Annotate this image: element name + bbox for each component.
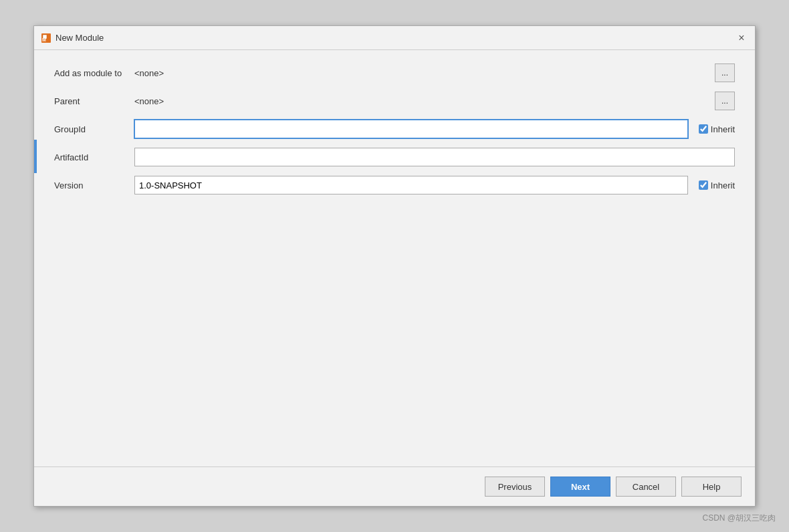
add-as-module-input-wrapper: <none> xyxy=(134,68,715,78)
watermark: CSDN @胡汉三吃肉 xyxy=(702,513,776,524)
title-left: M New Module xyxy=(41,33,104,43)
group-id-inherit-checkbox[interactable] xyxy=(699,124,708,134)
group-id-label: GroupId xyxy=(54,124,134,134)
previous-button[interactable]: Previous xyxy=(485,477,545,497)
version-label: Version xyxy=(54,180,134,190)
close-button[interactable]: × xyxy=(735,31,748,45)
module-icon: M xyxy=(41,33,51,43)
version-inherit-label: Inherit xyxy=(711,180,735,190)
artifact-id-input[interactable] xyxy=(134,148,735,166)
version-row: Version Inherit xyxy=(54,176,735,194)
version-inherit-wrapper: Inherit xyxy=(699,180,735,190)
new-module-dialog: M New Module × Add as module to <none> .… xyxy=(33,25,756,507)
dialog-body: Add as module to <none> ... Parent <none… xyxy=(34,50,755,467)
parent-browse-button[interactable]: ... xyxy=(715,92,735,110)
parent-input-wrapper: <none> xyxy=(134,96,715,106)
cancel-button[interactable]: Cancel xyxy=(616,477,676,497)
add-as-module-browse-button[interactable]: ... xyxy=(715,63,735,82)
group-id-inherit-label: Inherit xyxy=(711,124,735,134)
group-id-input[interactable] xyxy=(134,120,688,138)
help-button[interactable]: Help xyxy=(681,477,742,497)
add-as-module-value: <none> xyxy=(134,68,715,78)
group-id-inherit-wrapper: Inherit xyxy=(699,124,735,134)
version-input[interactable] xyxy=(134,176,688,194)
dialog-title: New Module xyxy=(55,33,104,43)
parent-label: Parent xyxy=(54,96,134,106)
add-as-module-label: Add as module to xyxy=(54,68,134,78)
group-id-input-wrapper: Inherit xyxy=(134,120,735,138)
parent-value: <none> xyxy=(134,96,715,106)
add-as-module-row: Add as module to <none> ... xyxy=(54,63,735,82)
group-id-row: GroupId Inherit xyxy=(54,120,735,138)
dialog-titlebar: M New Module × xyxy=(34,26,755,50)
body-spacer xyxy=(54,204,735,453)
version-inherit-checkbox[interactable] xyxy=(699,180,708,190)
parent-row: Parent <none> ... xyxy=(54,92,735,110)
next-button[interactable]: Next xyxy=(550,477,610,497)
version-input-wrapper: Inherit xyxy=(134,176,735,194)
dialog-footer: Previous Next Cancel Help xyxy=(34,467,755,506)
artifact-id-input-wrapper xyxy=(134,148,735,166)
artifact-id-label: ArtifactId xyxy=(54,152,134,162)
left-accent-bar xyxy=(34,140,37,173)
svg-text:M: M xyxy=(42,37,46,42)
artifact-id-row: ArtifactId xyxy=(54,148,735,166)
